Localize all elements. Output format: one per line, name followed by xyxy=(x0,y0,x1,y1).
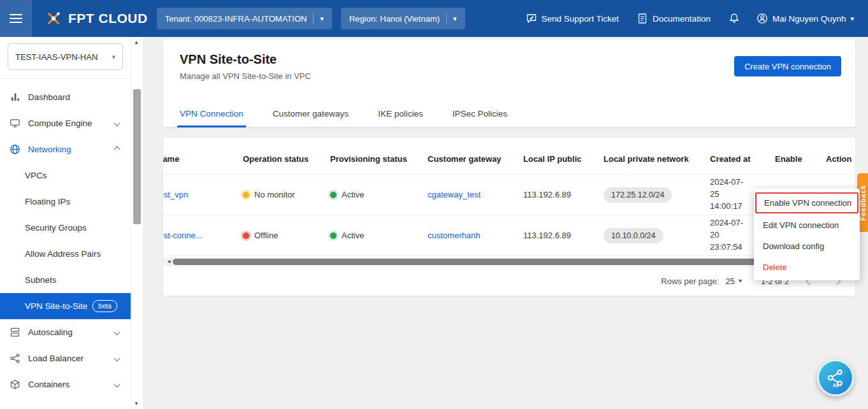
sidebar-item-networking[interactable]: Networking xyxy=(0,136,131,162)
user-menu[interactable]: Mai Nguyen Quynh ▾ xyxy=(756,13,854,24)
top-header: FPT CLOUD Tenant: 000823-INFRA-AUTOMATIO… xyxy=(0,0,868,37)
networking-globe-icon xyxy=(10,144,20,155)
compute-engine-icon xyxy=(10,118,20,129)
divider xyxy=(313,13,314,24)
sidebar-item-label: Compute Engine xyxy=(28,118,92,128)
network-chip: 10.10.0.0/24 xyxy=(604,228,663,243)
sidebar-item-autoscaling[interactable]: Autoscaling xyxy=(0,319,131,345)
column-local-private-network: Local private network xyxy=(600,138,706,175)
containers-icon xyxy=(10,379,20,390)
brand-logo[interactable]: FPT CLOUD xyxy=(45,10,148,27)
hamburger-menu-button[interactable] xyxy=(0,0,32,37)
feedback-tab-label: Feedback xyxy=(859,185,867,220)
document-icon xyxy=(637,13,648,24)
tenant-dropdown[interactable]: Tenant: 000823-INFRA-AUTOMATION ▾ xyxy=(157,8,332,29)
column-enable: Enable xyxy=(771,138,822,175)
row-action-context-menu: Enable VPN connection Edit VPN connectio… xyxy=(754,189,860,280)
notifications-button[interactable] xyxy=(728,13,740,24)
status-dot xyxy=(330,233,336,239)
tab-customer-gateways[interactable]: Customer gateways xyxy=(273,101,349,127)
divider xyxy=(0,78,131,79)
horizontal-scrollbar[interactable]: ◄ xyxy=(163,257,855,266)
horizontal-scrollbar-thumb[interactable] xyxy=(173,259,769,265)
sidebar-scrollbar[interactable]: ▲ ▼ xyxy=(131,37,143,409)
svg-text:AI: AI xyxy=(832,382,838,388)
created-at: 2024-07-20 23:07:54 xyxy=(710,217,751,254)
chevron-down-icon: ▾ xyxy=(112,54,115,61)
sidebar-item-subnets[interactable]: Subnets xyxy=(0,267,131,293)
hamburger-icon xyxy=(10,11,22,25)
scroll-left-arrow-icon[interactable]: ◄ xyxy=(166,259,171,264)
sidebar-item-label: VPN Site-to-Site xyxy=(25,301,87,311)
rows-per-page-select[interactable]: 25 ▾ xyxy=(725,276,742,286)
chevron-down-icon: ▾ xyxy=(453,15,457,22)
tab-ike-policies[interactable]: IKE policies xyxy=(378,101,423,127)
sidebar-item-label: Dashboard xyxy=(28,92,70,102)
sidebar-item-label: Networking xyxy=(28,145,71,154)
send-support-ticket-link[interactable]: Send Support Ticket xyxy=(526,13,619,24)
vpn-name-link[interactable]: test-conne... xyxy=(163,231,203,240)
beta-badge: beta xyxy=(92,300,117,312)
chevron-down-icon xyxy=(114,120,120,127)
sidebar: TEST-IAAS-VPN-HAN ▾ Dashboard Compute En… xyxy=(0,37,143,409)
column-name: Name xyxy=(163,138,239,175)
scroll-down-arrow-icon[interactable]: ▼ xyxy=(134,401,139,406)
sidebar-item-floating-ips[interactable]: Floating IPs xyxy=(0,189,131,215)
sidebar-item-vpn-site-to-site[interactable]: VPN Site-to-Site beta xyxy=(0,293,131,319)
customer-gateway-link[interactable]: cgateway_test xyxy=(428,190,481,199)
support-chat-icon xyxy=(526,13,537,24)
create-vpn-connection-button[interactable]: Create VPN connection xyxy=(734,56,841,76)
chevron-down-icon: ▾ xyxy=(739,278,742,284)
user-name: Mai Nguyen Quynh xyxy=(772,14,846,24)
sidebar-item-allow-address-pairs[interactable]: Allow Address Pairs xyxy=(0,241,131,267)
documentation-link[interactable]: Documentation xyxy=(637,13,711,24)
local-ip-public: 113.192.6.89 xyxy=(523,231,571,240)
sidebar-item-compute-engine[interactable]: Compute Engine xyxy=(0,110,131,136)
chevron-down-icon xyxy=(114,329,120,336)
network-chip: 172.25.12.0/24 xyxy=(604,187,672,203)
region-label: Region: Hanoi (Vietnam) xyxy=(349,14,440,24)
customer-gateway-link[interactable]: customerhanh xyxy=(428,231,480,240)
project-select-value: TEST-IAAS-VPN-HAN xyxy=(15,52,98,62)
local-ip-public: 113.192.6.89 xyxy=(523,190,571,199)
sidebar-item-load-balancer[interactable]: Load Balancer xyxy=(0,345,131,371)
column-customer-gateway: Customer gateway xyxy=(424,138,519,175)
scroll-up-arrow-icon[interactable]: ▲ xyxy=(134,39,139,45)
sidebar-item-label: Allow Address Pairs xyxy=(25,249,101,259)
menu-item-delete[interactable]: Delete xyxy=(754,257,860,278)
sidebar-item-label: Security Groups xyxy=(25,223,87,233)
sidebar-item-dashboard[interactable]: Dashboard xyxy=(0,84,131,110)
rows-per-page-value: 25 xyxy=(725,276,734,286)
vpn-name-link[interactable]: test_vpn xyxy=(163,190,188,199)
ai-assistant-button[interactable]: AI xyxy=(817,359,854,396)
sidebar-item-security-groups[interactable]: Security Groups xyxy=(0,215,131,241)
bell-icon xyxy=(728,13,740,24)
chevron-down-icon: ▾ xyxy=(320,15,324,22)
column-action: Action xyxy=(822,138,855,175)
tab-vpn-connection[interactable]: VPN Connection xyxy=(180,101,243,127)
operation-status-text: Offline xyxy=(254,231,278,240)
sidebar-scrollbar-thumb[interactable] xyxy=(133,89,141,224)
menu-item-edit-vpn-connection[interactable]: Edit VPN connection xyxy=(754,215,860,236)
sidebar-item-containers[interactable]: Containers xyxy=(0,371,131,398)
table-row: test_vpn No monitor Active cgateway_test… xyxy=(163,175,855,215)
column-provisioning-status: Provisioning status xyxy=(326,138,424,175)
chevron-up-icon xyxy=(114,147,120,153)
column-created-at: Created at xyxy=(706,138,771,175)
tab-ipsec-policies[interactable]: IPSec Policies xyxy=(452,101,507,127)
sidebar-item-label: VPCs xyxy=(25,171,47,180)
column-local-ip-public: Local IP public xyxy=(519,138,600,175)
load-balancer-icon xyxy=(10,353,20,364)
project-select[interactable]: TEST-IAAS-VPN-HAN ▾ xyxy=(8,43,123,70)
documentation-label: Documentation xyxy=(653,14,711,24)
user-avatar-icon xyxy=(756,13,768,24)
menu-item-enable-vpn-connection[interactable]: Enable VPN connection xyxy=(755,192,858,213)
sidebar-item-label: Floating IPs xyxy=(25,197,70,206)
table-row: test-conne... Offline Active customerhan… xyxy=(163,215,855,256)
sidebar-item-vpcs[interactable]: VPCs xyxy=(0,162,131,189)
autoscaling-icon xyxy=(10,327,20,338)
region-dropdown[interactable]: Region: Hanoi (Vietnam) ▾ xyxy=(341,8,465,29)
status-dot xyxy=(243,233,249,239)
ai-network-icon: AI xyxy=(825,368,846,388)
menu-item-download-config[interactable]: Download config xyxy=(754,236,860,257)
